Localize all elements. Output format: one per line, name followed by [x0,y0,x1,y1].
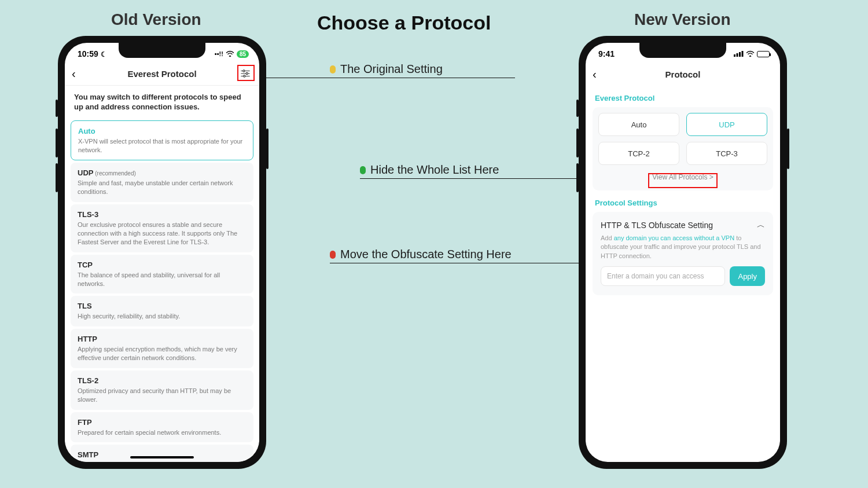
protocol-grid-button[interactable]: TCP-2 [598,142,679,165]
phone-frame-new: 9:41 ‹ Protocol Everest Protocol AutoUDP… [579,36,787,469]
obfuscate-domain-input[interactable]: Enter a domain you can access [601,266,725,286]
status-time: 10:59 [78,49,98,58]
notch [119,43,205,58]
protocol-description: High security, reliability, and stabilit… [78,312,247,321]
svg-rect-8 [739,52,741,57]
svg-rect-6 [734,54,735,57]
obfuscate-title: HTTP & TLS Obfuscate Setting [601,221,713,230]
protocol-option[interactable]: SMTP [71,445,253,462]
protocol-description: The balance of speed and stability, univ… [78,271,247,288]
protocol-name: HTTP [78,335,247,343]
annotation-hide-list: Hide the Whole List Here [360,163,499,177]
bullet-icon [330,251,336,259]
wifi-icon [746,49,755,58]
protocol-grid-button[interactable]: UDP [686,113,767,136]
protocol-option[interactable]: FTPPrepared for certain special network … [71,412,253,443]
protocol-grid-button[interactable]: TCP-3 [686,142,767,165]
status-time: 9:41 [598,49,615,58]
app-header: ‹ Everest Protocol [65,63,259,86]
bullet-icon [330,65,336,74]
highlight-box [237,65,255,81]
protocol-name: UDP (recommended) [78,168,247,177]
back-button[interactable]: ‹ [72,67,86,80]
annotation-original-setting: The Original Setting [330,63,443,76]
protocol-name: TCP [78,260,247,269]
obfuscate-link[interactable]: any domain you can access without a VPN [614,234,735,241]
chevron-up-icon[interactable]: ︿ [757,220,765,230]
annotation-move-obfuscate: Move the Obfuscate Setting Here [330,248,512,261]
protocol-option[interactable]: TLSHigh security, reliability, and stabi… [71,296,253,326]
protocol-grid-button[interactable]: Auto [598,113,679,136]
annotation-underline [330,263,579,263]
intro-text: You may switch to different protocols to… [65,86,259,118]
battery-icon [757,51,770,57]
protocol-name: TLS-2 [78,376,247,385]
obfuscate-card: HTTP & TLS Obfuscate Setting ︿ Add any d… [593,212,773,295]
protocol-description: Applying special encryption methods, whi… [78,345,247,362]
protocol-option[interactable]: TCPThe balance of speed and stability, u… [71,255,253,294]
app-header: ‹ Protocol [586,63,780,86]
svg-rect-7 [737,53,738,57]
recommended-tag: (recommended) [93,170,135,177]
bullet-icon [360,166,366,174]
protocol-name: TLS-3 [78,210,247,219]
cellular-icon: ••!! [215,50,223,57]
protocol-option[interactable]: TLS-2Optimized privacy and security than… [71,370,253,410]
protocol-description: Our exclusive protocol ensures a stable … [78,221,247,247]
wifi-icon [226,49,234,58]
protocol-name: Auto [78,127,246,135]
protocol-option[interactable]: HTTPApplying special encryption methods,… [71,329,253,368]
heading-new: New Version [634,10,731,29]
page-title: Protocol [665,69,701,79]
heading-main: Choose a Protocol [317,12,491,34]
cellular-icon [734,49,744,58]
annotation-underline [360,178,580,179]
protocol-description: Prepared for certain special network env… [78,428,247,437]
protocol-name: TLS [78,302,247,310]
protocol-grid: AutoUDPTCP-2TCP-3 View All Protocols > [593,107,773,190]
phone-frame-old: 10:59 ☾ ••!! 85 ‹ Everest Protocol You m… [58,36,266,469]
svg-rect-9 [742,51,744,57]
notch [639,43,726,58]
battery-indicator: 85 [237,50,249,58]
protocol-description: Optimized privacy and security than HTTP… [78,387,247,404]
section-label-protocol: Everest Protocol [586,86,780,107]
back-button[interactable]: ‹ [593,68,606,81]
obfuscate-description: Add any domain you can access without a … [601,234,765,260]
protocol-description: Simple and fast, maybe unstable under ce… [78,179,247,196]
page-title: Everest Protocol [127,69,196,79]
heading-old: Old Version [111,10,201,29]
protocol-option[interactable]: TLS-3Our exclusive protocol ensures a st… [71,204,253,252]
apply-button[interactable]: Apply [730,266,765,286]
protocol-description: X-VPN will select protocol that is most … [78,137,246,155]
protocol-option[interactable]: AutoX-VPN will select protocol that is m… [71,120,253,161]
home-indicator [130,456,194,458]
protocol-name: FTP [78,418,247,427]
highlight-box [648,173,718,188]
do-not-disturb-icon: ☾ [101,50,107,58]
protocol-option[interactable]: UDP (recommended)Simple and fast, maybe … [71,163,253,202]
section-label-settings: Protocol Settings [586,190,780,212]
